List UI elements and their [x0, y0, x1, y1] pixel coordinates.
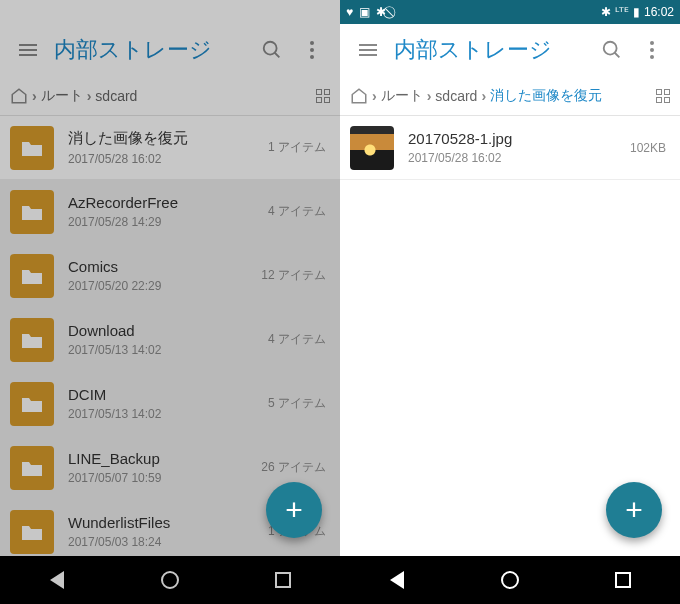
image-thumbnail	[350, 126, 394, 170]
folder-icon	[10, 446, 54, 490]
search-button[interactable]	[252, 30, 292, 70]
crumb-root[interactable]: ルート	[381, 87, 423, 105]
status-time: 16:02	[644, 6, 674, 18]
bluetooth-icon: ✱	[601, 6, 611, 18]
item-count: 12 アイテム	[261, 267, 326, 284]
sync-icon: ✱	[36, 6, 46, 18]
folder-icon	[10, 318, 54, 362]
app-bar: 内部ストレージ	[0, 24, 340, 76]
hamburger-icon	[19, 44, 37, 56]
lte-icon: ᴸᵀᴱ	[275, 6, 289, 18]
item-name: WunderlistFiles	[68, 514, 260, 531]
search-button[interactable]	[592, 30, 632, 70]
nav-recent-button[interactable]	[593, 564, 653, 596]
recent-icon	[275, 572, 291, 588]
crumb-root[interactable]: ルート	[41, 87, 83, 105]
list-item[interactable]: DCIM2017/05/13 14:02 5 アイテム	[0, 372, 340, 436]
android-nav-bar	[0, 556, 340, 604]
back-icon	[390, 571, 404, 589]
item-date: 2017/05/28 14:29	[68, 215, 260, 229]
home-icon	[161, 571, 179, 589]
nav-home-button[interactable]	[480, 564, 540, 596]
hamburger-icon	[359, 44, 377, 56]
app-title: 内部ストレージ	[388, 35, 592, 65]
svg-point-0	[264, 42, 277, 55]
status-right: ✱ ᴸᵀᴱ ▮ 16:02	[601, 6, 674, 18]
list-item[interactable]: 消した画像を復元 2017/05/28 16:02 1 アイテム	[0, 116, 340, 180]
crumb-sdcard[interactable]: sdcard	[95, 88, 137, 104]
home-icon[interactable]	[10, 87, 28, 105]
battery-icon: ▮	[293, 6, 300, 18]
sync-icon: ✱	[376, 6, 386, 18]
folder-icon	[10, 382, 54, 426]
item-name: AzRecorderFree	[68, 194, 260, 211]
svg-line-1	[275, 53, 280, 58]
breadcrumb: › ルート › sdcard	[0, 76, 340, 116]
nav-back-button[interactable]	[27, 564, 87, 596]
fab-add-button[interactable]: +	[606, 482, 662, 538]
item-name: Comics	[68, 258, 253, 275]
menu-button[interactable]	[348, 30, 388, 70]
status-time: 16:02	[304, 6, 334, 18]
phone-left: ♥ ▣ ✱ ⃠ ✱ ᴸᵀᴱ ▮ 16:02 内部ストレージ › ルート › sd…	[0, 0, 340, 604]
nav-recent-button[interactable]	[253, 564, 313, 596]
status-bar: ♥ ▣ ✱ ⃠ ✱ ᴸᵀᴱ ▮ 16:02	[340, 0, 680, 24]
item-name: DCIM	[68, 386, 260, 403]
lte-icon: ᴸᵀᴱ	[615, 6, 629, 18]
nav-home-button[interactable]	[140, 564, 200, 596]
phone-right: ♥ ▣ ✱ ⃠ ✱ ᴸᵀᴱ ▮ 16:02 内部ストレージ › ルート › sd…	[340, 0, 680, 604]
status-right: ✱ ᴸᵀᴱ ▮ 16:02	[261, 6, 334, 18]
home-icon[interactable]	[350, 87, 368, 105]
svg-line-3	[615, 53, 620, 58]
item-date: 2017/05/03 18:24	[68, 535, 260, 549]
nav-back-button[interactable]	[367, 564, 427, 596]
list-item[interactable]: Comics2017/05/20 22:29 12 アイテム	[0, 244, 340, 308]
folder-icon	[10, 190, 54, 234]
sunset-icon	[350, 126, 394, 170]
more-icon	[310, 41, 314, 59]
item-date: 2017/05/13 14:02	[68, 343, 260, 357]
status-left: ♥ ▣ ✱ ⃠	[346, 6, 392, 18]
status-left: ♥ ▣ ✱ ⃠	[6, 6, 52, 18]
item-date: 2017/05/28 16:02	[408, 151, 622, 165]
chevron-right-icon: ›	[481, 88, 486, 104]
heart-icon: ♥	[346, 6, 353, 18]
item-count: 1 アイテム	[268, 139, 326, 156]
more-button[interactable]	[292, 30, 332, 70]
item-count: 4 アイテム	[268, 203, 326, 220]
status-bar: ♥ ▣ ✱ ⃠ ✱ ᴸᵀᴱ ▮ 16:02	[0, 0, 340, 24]
item-count: 4 アイテム	[268, 331, 326, 348]
chevron-right-icon: ›	[427, 88, 432, 104]
item-date: 2017/05/28 16:02	[68, 152, 260, 166]
item-name: 消した画像を復元	[68, 129, 260, 148]
folder-icon	[10, 254, 54, 298]
menu-button[interactable]	[8, 30, 48, 70]
list-item[interactable]: 20170528-1.jpg 2017/05/28 16:02 102KB	[340, 116, 680, 180]
fab-add-button[interactable]: +	[266, 482, 322, 538]
heart-icon: ♥	[6, 6, 13, 18]
crumb-current[interactable]: 消した画像を復元	[490, 87, 602, 105]
android-nav-bar	[340, 556, 680, 604]
view-grid-button[interactable]	[316, 89, 330, 103]
list-item[interactable]: Download2017/05/13 14:02 4 アイテム	[0, 308, 340, 372]
view-grid-button[interactable]	[656, 89, 670, 103]
item-size: 102KB	[630, 141, 666, 155]
home-icon	[501, 571, 519, 589]
folder-icon	[10, 510, 54, 554]
battery-icon: ▮	[633, 6, 640, 18]
item-date: 2017/05/13 14:02	[68, 407, 260, 421]
search-icon	[261, 39, 283, 61]
chevron-right-icon: ›	[372, 88, 377, 104]
recent-icon	[615, 572, 631, 588]
app-bar: 内部ストレージ	[340, 24, 680, 76]
search-icon	[601, 39, 623, 61]
list-item[interactable]: AzRecorderFree2017/05/28 14:29 4 アイテム	[0, 180, 340, 244]
crumb-sdcard[interactable]: sdcard	[435, 88, 477, 104]
chevron-right-icon: ›	[32, 88, 37, 104]
item-name: LINE_Backup	[68, 450, 253, 467]
item-name: Download	[68, 322, 260, 339]
item-name: 20170528-1.jpg	[408, 130, 622, 147]
item-count: 26 アイテム	[261, 459, 326, 476]
more-button[interactable]	[632, 30, 672, 70]
more-icon	[650, 41, 654, 59]
